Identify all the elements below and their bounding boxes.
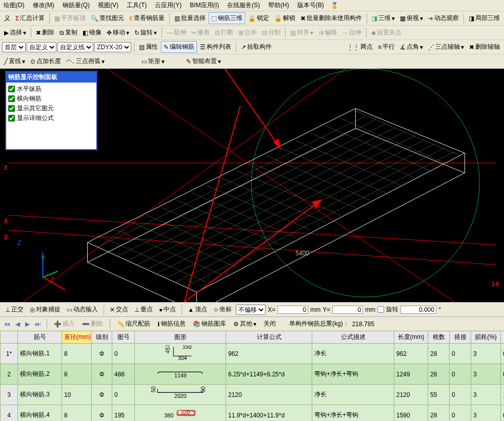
other-button[interactable]: ⚙ 其他 ▾ — [231, 318, 258, 329]
nav-last[interactable]: ⏭ — [34, 320, 42, 328]
cell-formula[interactable]: 2120 — [226, 385, 312, 405]
floor-select[interactable]: 首层 — [2, 42, 26, 52]
cell-cnt[interactable]: 28 — [428, 344, 450, 364]
menu-tools[interactable]: 工具(T) — [125, 1, 148, 10]
cell-name[interactable]: 横向钢筋.3 — [18, 385, 62, 405]
cell-dia[interactable]: 10 — [62, 385, 92, 405]
col-cnt[interactable]: 根数 — [428, 331, 450, 344]
mid-button[interactable]: ● 中点 — [157, 304, 178, 315]
delete-button[interactable]: ✖ 删除 — [34, 27, 56, 38]
x-input[interactable]: 0 — [277, 306, 308, 314]
col-grade[interactable]: 级别 — [92, 331, 112, 344]
cell-name[interactable]: 横向钢筋.4 — [18, 405, 62, 422]
menu-rebar[interactable]: 钢筋量(Q) — [61, 1, 91, 10]
define-button[interactable]: 义 — [2, 13, 12, 24]
col-name[interactable]: 筋号 — [18, 331, 62, 344]
subcat-select[interactable]: 自定义线 — [57, 42, 93, 52]
cell-desc[interactable]: 弯钩+净长+弯钩 — [312, 364, 394, 385]
nav-first[interactable]: ⏮ — [3, 320, 11, 328]
cell-lap[interactable]: 0 — [450, 364, 471, 385]
col-lap[interactable]: 搭接 — [450, 331, 471, 344]
offset-button[interactable]: ⇉ 偏移 — [316, 27, 339, 38]
flatten-button[interactable]: ▦ 平齐板顶 — [52, 13, 88, 24]
osnap-button[interactable]: ◎ 对象捕捉 — [28, 304, 63, 315]
table-row[interactable]: 3横向钢筋.310Φ0505020202120净长212055031.3 — [1, 385, 505, 405]
cell-formula[interactable]: 11.9*d+1400+11.9*d — [226, 405, 312, 422]
edit-rebar-button[interactable]: ✎ 编辑钢筋 — [161, 41, 197, 53]
batch-select-button[interactable]: ▥ 批量选择 — [172, 13, 208, 24]
break-button[interactable]: ⊟ 打断 — [213, 27, 235, 38]
menu-view[interactable]: 视图(V) — [96, 1, 120, 10]
two-point-button[interactable]: ⋮⋮ 两点 — [345, 42, 375, 52]
cell-loss[interactable]: 3 — [471, 405, 501, 422]
cell-wt[interactable]: 0.6 — [501, 405, 505, 422]
cell-len[interactable]: 962 — [394, 344, 428, 364]
col-len[interactable]: 长度(mm) — [394, 331, 428, 344]
cell-lap[interactable]: 0 — [450, 344, 471, 364]
arc3-button[interactable]: ◠ , 三点画弧 ▾ — [64, 56, 107, 67]
stretch-button[interactable]: ↔ 拉伸 — [340, 27, 364, 38]
cat-select[interactable]: 自定义 — [27, 42, 56, 52]
insert-row-button[interactable]: ➕ 插入 — [52, 318, 77, 329]
cell-desc[interactable]: 净长 — [312, 385, 394, 405]
chk-show-formula[interactable]: 显示详细公式 — [8, 114, 94, 123]
pt-len-button[interactable]: ⊙ 点加长度 — [28, 56, 63, 67]
rotate-check[interactable] — [377, 306, 384, 313]
cell-formula[interactable]: 962 — [226, 344, 312, 364]
cell-grade[interactable]: Φ — [92, 385, 112, 405]
batch-delete-button[interactable]: ✖ 批量删除未使用构件 — [298, 13, 364, 24]
cell-wt[interactable]: 0.3 — [501, 344, 505, 364]
mirror-button[interactable]: ◧ 镜像 — [80, 27, 104, 38]
rebar-table[interactable]: 筋号 直径(mm) 级别 图号 图形 计算公式 公式描述 长度(mm) 根数 搭… — [0, 331, 504, 421]
cell-cnt[interactable]: 55 — [428, 385, 450, 405]
cell-loss[interactable]: 3 — [471, 364, 501, 385]
dyn-view-button[interactable]: ➜ 动态观察 — [426, 13, 461, 24]
rect-button[interactable]: ▭ 矩形 ▾ — [139, 56, 167, 67]
lock-button[interactable]: 🔒 锁定 — [246, 13, 271, 24]
cell-dia[interactable]: 8 — [62, 344, 92, 364]
cell-wt[interactable]: 0.4 — [501, 364, 505, 385]
viewport-3d[interactable]: 钢筋显示控制面板 水平纵筋 横向钢筋 显示其它图元 显示详细公式 — [0, 69, 504, 302]
cell-wt[interactable]: 1.3 — [501, 385, 505, 405]
menu-cloud[interactable]: 云应用(Y) — [153, 1, 183, 10]
move-button[interactable]: ✥ 移动 ▾ — [105, 27, 131, 38]
col-wt[interactable]: 单 — [501, 331, 505, 344]
cell-shape[interactable]: 150457304 — [135, 344, 226, 364]
col-dia[interactable]: 直径(mm) — [62, 331, 92, 344]
rotate-button[interactable]: ↻ 旋转 ▾ — [132, 27, 159, 38]
cell-len[interactable]: 1590 — [394, 405, 428, 422]
dyn-input-button[interactable]: ▭ 动态输入 — [65, 304, 100, 315]
perp-button[interactable]: ⊥ 垂点 — [132, 304, 155, 315]
cell-len[interactable]: 1249 — [394, 364, 428, 385]
col-shape[interactable]: 图形 — [135, 331, 226, 344]
cell-grade[interactable]: Φ — [92, 405, 112, 422]
cell-name[interactable]: 横向钢筋.1 — [18, 344, 62, 364]
col-loss[interactable]: 损耗(%) — [471, 331, 501, 344]
local-3d-button[interactable]: ◨ 局部三维 — [467, 13, 502, 24]
find-button[interactable]: 🔍 查找图元 — [89, 13, 126, 24]
close-button[interactable]: 关闭 — [261, 318, 278, 329]
rebar-3d-button[interactable]: ⬚ 钢筋三维 — [209, 12, 245, 24]
three-pt-axis-button[interactable]: ⋰ 三点辅轴 ▾ — [426, 42, 466, 52]
summary-button[interactable]: Σ 汇总计算 — [13, 13, 47, 24]
menu-online[interactable]: 在线服务(S) — [226, 1, 261, 10]
cell-dia[interactable]: 8 — [62, 364, 92, 385]
angle-input[interactable]: 0.000 — [400, 306, 436, 314]
chk-show-other[interactable]: 显示其它图元 — [8, 104, 94, 113]
trim-button[interactable]: ✂ 修剪 — [189, 27, 212, 38]
cell-fig[interactable]: 0 — [112, 385, 135, 405]
code-select[interactable]: ZDYX-20 — [94, 42, 131, 52]
cell-lap[interactable]: 0 — [450, 385, 471, 405]
menu-modify[interactable]: 修改(M) — [31, 1, 56, 10]
point-angle-button[interactable]: ∡ 点角 ▾ — [398, 42, 425, 52]
cell-shape[interactable]: 1149 — [135, 364, 226, 385]
delete-row-button[interactable]: ➖ 删除 — [80, 318, 105, 329]
menu-version[interactable]: 版本号(B) — [296, 1, 326, 10]
look-button[interactable]: ▦ 俯视 ▾ — [398, 13, 425, 24]
menu-help[interactable]: 帮助(H) — [267, 1, 291, 10]
cell-fig[interactable]: 195 — [112, 405, 135, 422]
table-row[interactable]: 4横向钢筋.48Φ19538032011.9*d+1400+11.9*d弯钩+净… — [1, 405, 505, 422]
pick-button[interactable]: ↗ 拾取构件 — [239, 42, 274, 52]
apex-button[interactable]: ▲ 顶点 — [186, 304, 209, 315]
cell-desc[interactable]: 弯钩+净长+弯钩 — [312, 405, 394, 422]
